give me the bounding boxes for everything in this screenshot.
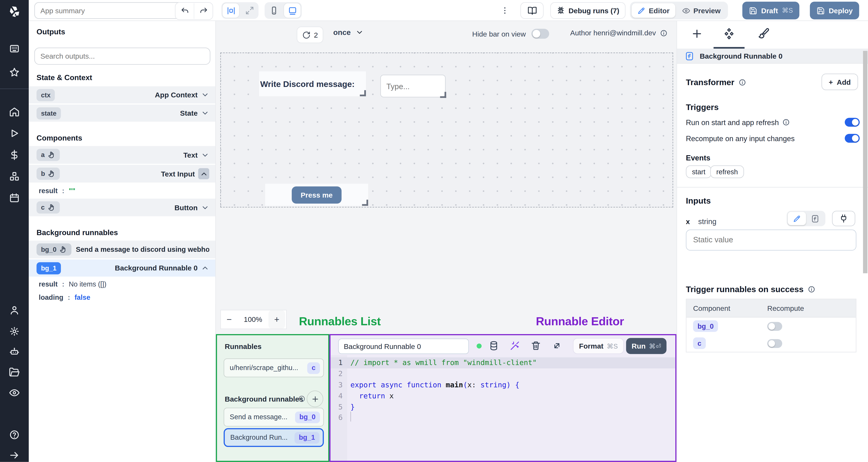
runnable-item-c[interactable]: u/henri/scrape_githu... c [224, 358, 324, 377]
info-icon[interactable] [738, 78, 746, 86]
runnable-item-bg0[interactable]: Send a message... bg_0 [224, 408, 324, 427]
state-context-title: State & Context [37, 73, 92, 82]
chevron-down-icon[interactable] [201, 109, 209, 117]
output-row-b[interactable]: b Text Input [29, 165, 216, 183]
runnable-name-input[interactable] [338, 338, 469, 354]
undo-button[interactable] [176, 3, 194, 19]
connect-plug-button[interactable] [832, 211, 855, 226]
refresh-count-button[interactable]: 2 [297, 27, 323, 43]
run-button[interactable]: Run ⌘⏎ [626, 338, 667, 354]
chevron-down-icon[interactable] [201, 151, 209, 159]
static-pencil-icon[interactable] [788, 212, 806, 225]
chevron-down-icon[interactable] [201, 91, 209, 99]
info-icon[interactable] [298, 395, 306, 403]
kebab-menu-icon[interactable] [500, 6, 509, 15]
apps-grid-icon[interactable] [9, 43, 20, 54]
resize-handle[interactable] [362, 200, 368, 206]
favorites-star-icon[interactable] [9, 67, 20, 78]
row-badge: c [693, 337, 706, 349]
zoom-out-button[interactable]: − [221, 310, 238, 329]
format-button[interactable]: Format ⌘S [573, 338, 624, 354]
info-icon[interactable] [782, 119, 790, 126]
code-editor[interactable]: 1 // import * as wmill from "windmill-cl… [331, 355, 675, 461]
app-grid-container[interactable]: Write Discord message: Press me [220, 53, 673, 207]
users-icon[interactable] [9, 305, 20, 316]
panel-scrollbar[interactable] [863, 51, 867, 273]
resize-handle[interactable] [360, 90, 366, 96]
schedules-calendar-icon[interactable] [9, 193, 20, 204]
hide-bar-toggle[interactable] [531, 29, 549, 39]
bg0-badge: bg_0 [41, 245, 57, 253]
runnables-list-panel: Runnables u/henri/scrape_githu... c Back… [216, 334, 329, 462]
recompute-row-toggle[interactable] [767, 339, 782, 348]
output-row-a[interactable]: a Text [29, 146, 216, 164]
background-runnables-title: Background runnables [37, 229, 118, 237]
redo-button[interactable] [194, 3, 213, 19]
text-component[interactable]: Write Discord message: [259, 71, 366, 96]
add-background-runnable-button[interactable] [307, 391, 323, 407]
device-group [265, 2, 302, 19]
runnable-item-bg1-selected[interactable]: Background Run... bg_1 [224, 428, 324, 447]
output-row-c[interactable]: c Button [29, 199, 216, 216]
center-layout-icon[interactable] [223, 3, 239, 18]
info-icon[interactable] [808, 285, 815, 293]
add-transformer-button[interactable]: + Add [822, 73, 858, 90]
frequency-dropdown[interactable]: once [333, 28, 364, 37]
tab-editor[interactable]: Editor [632, 3, 675, 18]
press-me-button[interactable]: Press me [292, 186, 341, 203]
workers-robot-icon[interactable] [9, 346, 20, 357]
cache-database-icon[interactable] [489, 341, 499, 351]
resize-handle[interactable] [440, 92, 446, 98]
button-component[interactable]: Press me [265, 184, 368, 206]
recompute-row-toggle[interactable] [767, 322, 782, 330]
windmill-logo-icon[interactable] [7, 4, 22, 19]
event-start-button[interactable]: start [686, 165, 712, 178]
expand-editor-icon[interactable] [552, 341, 562, 351]
component-settings-tab-icon[interactable] [723, 28, 735, 40]
fullscreen-icon[interactable] [240, 3, 258, 18]
docs-book-button[interactable] [520, 2, 544, 19]
eval-function-icon[interactable] [806, 212, 824, 225]
output-row-bg1[interactable]: bg_1 Background Runnable 0 [29, 259, 216, 276]
info-icon[interactable] [660, 29, 668, 37]
type-input[interactable] [381, 75, 445, 97]
run-on-start-label: Run on start and app refresh [686, 118, 779, 126]
runnable-item-label: u/henri/scrape_githu... [230, 364, 307, 372]
desktop-view-icon[interactable] [284, 3, 301, 18]
recompute-toggle[interactable] [845, 134, 860, 143]
debug-runs-button[interactable]: Debug runs (7) [550, 2, 625, 19]
static-value-textarea[interactable] [686, 230, 857, 251]
delete-trash-icon[interactable] [531, 341, 541, 351]
folders-icon[interactable] [9, 367, 20, 378]
output-row-bg0[interactable]: bg_0 Send a message to discord using web… [29, 240, 216, 258]
variables-dollar-icon[interactable] [9, 150, 20, 160]
runnable-item-label: Send a message... [230, 413, 295, 421]
audit-eye-icon[interactable] [9, 387, 20, 398]
event-refresh-button[interactable]: refresh [710, 165, 744, 178]
styling-brush-tab-icon[interactable] [758, 28, 770, 40]
ai-wand-icon[interactable] [510, 341, 520, 351]
search-outputs-input[interactable] [34, 47, 210, 65]
tab-preview[interactable]: Preview [676, 3, 726, 18]
run-label: Run [632, 342, 646, 350]
add-component-tab-icon[interactable] [691, 28, 703, 40]
settings-gear-icon[interactable] [9, 326, 20, 337]
collapse-arrow-icon[interactable] [9, 450, 20, 461]
draft-button[interactable]: Draft ⌘S [742, 2, 800, 19]
zoom-in-button[interactable]: + [269, 310, 285, 329]
output-row-state[interactable]: state State [29, 105, 216, 122]
mobile-view-icon[interactable] [265, 3, 283, 18]
chevron-up-icon[interactable] [201, 264, 209, 272]
resources-boxes-icon[interactable] [9, 171, 20, 182]
indent-guide [350, 411, 351, 422]
home-icon[interactable] [9, 106, 20, 117]
run-on-start-toggle[interactable] [845, 118, 860, 127]
textinput-component[interactable] [380, 75, 446, 97]
output-row-ctx[interactable]: ctx App Context [29, 86, 216, 103]
deploy-button[interactable]: Deploy [810, 2, 859, 19]
app-summary-input[interactable] [34, 2, 187, 19]
runs-play-icon[interactable] [9, 128, 20, 139]
help-icon[interactable] [9, 429, 20, 440]
collapse-chevron-button[interactable] [198, 168, 209, 179]
chevron-down-icon[interactable] [201, 203, 209, 211]
